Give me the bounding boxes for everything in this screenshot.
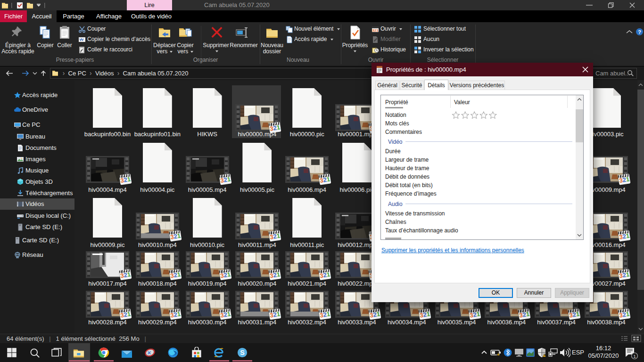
svg-text:321: 321: [372, 28, 379, 33]
svg-text:S: S: [240, 349, 245, 356]
svg-text:1: 1: [633, 354, 636, 359]
svg-text:?: ?: [638, 29, 641, 35]
